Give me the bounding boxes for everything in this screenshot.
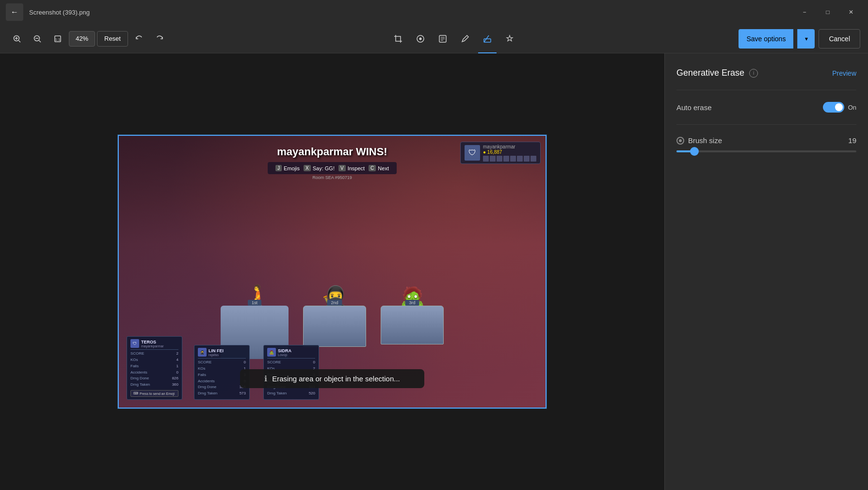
- separator-1: [676, 90, 856, 90]
- profile-avatar: 🛡: [465, 145, 480, 161]
- undo-button[interactable]: [130, 30, 148, 48]
- window-title: Screenshot (393).png: [29, 9, 90, 16]
- profile-info: mayankparmar ● 16,887: [483, 144, 536, 162]
- tool-group: [171, 30, 737, 48]
- erase-tool[interactable]: [478, 30, 497, 48]
- reset-button[interactable]: Reset: [97, 31, 128, 47]
- status-text: Erasing area or object in the selection.…: [272, 375, 400, 383]
- brush-radio-icon: [676, 137, 684, 145]
- redo-button[interactable]: [150, 30, 169, 48]
- toggle-state: On: [848, 104, 856, 111]
- emojis-action: J Emojis: [275, 165, 300, 171]
- auto-erase-row: Auto erase On: [676, 102, 856, 113]
- saygg-action: X Say: GG!: [304, 165, 335, 171]
- zoom-value: 42%: [69, 31, 95, 47]
- right-panel: Generative Erase i Preview Auto erase On: [664, 53, 868, 490]
- save-options-chevron[interactable]: ▾: [797, 29, 815, 49]
- brush-slider-thumb[interactable]: [690, 147, 699, 156]
- zoom-controls: 1:1 42% Reset: [8, 30, 169, 48]
- canvas-area: mayankparmar WINS! J Emojis X Say: GG!: [0, 53, 664, 490]
- toggle-switch[interactable]: [823, 102, 844, 113]
- title-bar: ← Screenshot (393).png − □ ✕: [0, 0, 868, 24]
- winner-banner: mayankparmar WINS! J Emojis X Say: GG!: [268, 146, 397, 180]
- winner-text: mayankparmar WINS!: [268, 146, 397, 158]
- preview-button[interactable]: Preview: [832, 69, 856, 77]
- svg-text:1:1: 1:1: [55, 37, 61, 42]
- main-area: mayankparmar WINS! J Emojis X Say: GG!: [0, 53, 868, 490]
- game-screenshot: mayankparmar WINS! J Emojis X Say: GG!: [119, 136, 546, 408]
- room-text: Room SEA #950719: [268, 175, 397, 180]
- close-button[interactable]: ✕: [840, 4, 862, 20]
- game-ui: mayankparmar WINS! J Emojis X Say: GG!: [119, 136, 546, 408]
- zoom-in-button[interactable]: [8, 30, 26, 48]
- image-container: mayankparmar WINS! J Emojis X Say: GG!: [118, 135, 547, 408]
- svg-line-1: [19, 40, 21, 42]
- markup-tool[interactable]: [434, 30, 452, 48]
- back-button[interactable]: ←: [6, 3, 23, 21]
- auto-erase-toggle: On: [823, 102, 856, 113]
- score-card-1: 🛡 TEROS mayankparmar SCORE2: [127, 336, 182, 400]
- toolbar: 1:1 42% Reset: [0, 24, 868, 53]
- info-icon: ℹ: [264, 374, 267, 383]
- crop-tool[interactable]: [389, 30, 407, 48]
- status-tooltip: ℹ Erasing area or object in the selectio…: [240, 369, 424, 388]
- adjust-tool[interactable]: [411, 30, 430, 48]
- brush-slider-track: [676, 150, 856, 152]
- panel-header: Generative Erase i Preview: [676, 68, 856, 78]
- info-icon-panel[interactable]: i: [749, 69, 758, 78]
- brush-header: Brush size 19: [676, 136, 856, 145]
- brush-size-label: Brush size: [676, 136, 722, 145]
- zoom-out-button[interactable]: [28, 30, 47, 48]
- svg-line-5: [39, 40, 41, 42]
- player3-pedestal: 🧟 3rd: [381, 287, 444, 344]
- minimize-button[interactable]: −: [793, 4, 816, 20]
- ai-tool[interactable]: [500, 30, 519, 48]
- brush-size-section: Brush size 19: [676, 136, 856, 152]
- inspect-action: V Inspect: [338, 165, 365, 171]
- auto-erase-label: Auto erase: [676, 103, 712, 112]
- action-buttons-game: J Emojis X Say: GG! V Inspect: [268, 162, 397, 174]
- zoom-reset-button[interactable]: 1:1: [48, 30, 67, 48]
- cancel-button[interactable]: Cancel: [819, 29, 860, 49]
- next-action: C Next: [369, 165, 389, 171]
- save-options-button[interactable]: Save options: [739, 29, 793, 49]
- window-controls: − □ ✕: [793, 4, 862, 20]
- player-profile: 🛡 mayankparmar ● 16,887: [460, 142, 541, 164]
- separator-2: [676, 124, 856, 125]
- maximize-button[interactable]: □: [817, 4, 839, 20]
- brush-size-value: 19: [848, 136, 856, 145]
- action-buttons: Save options ▾ Cancel: [739, 29, 860, 49]
- draw-tool[interactable]: [456, 30, 474, 48]
- panel-title: Generative Erase: [676, 68, 744, 78]
- player2-pedestal: 🥷 2nd: [303, 286, 366, 347]
